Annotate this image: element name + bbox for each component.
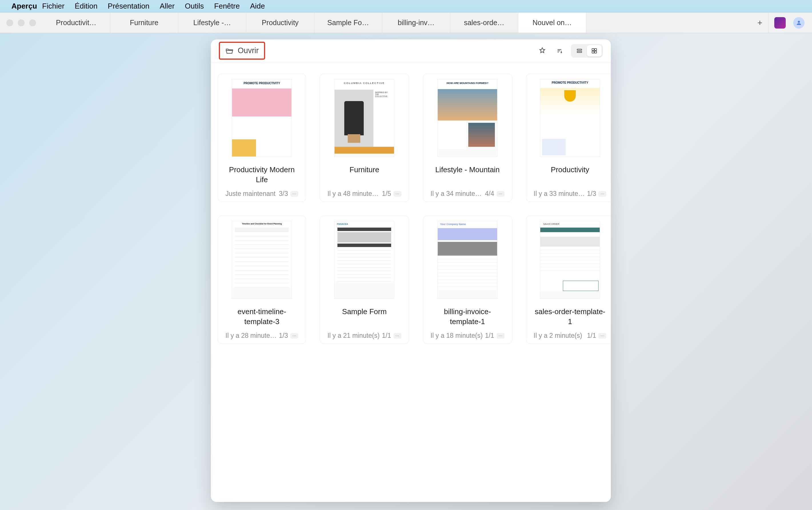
- menu-view[interactable]: Présentation: [108, 2, 149, 10]
- more-options-button[interactable]: ···: [394, 333, 401, 339]
- file-modified-time: Il y a 21 minute(s): [327, 332, 380, 339]
- svg-rect-3: [592, 49, 594, 51]
- menu-tools[interactable]: Outils: [185, 2, 204, 10]
- more-options-button[interactable]: ···: [497, 191, 504, 197]
- more-options-button[interactable]: ···: [598, 191, 606, 197]
- more-options-button[interactable]: ···: [497, 333, 504, 339]
- file-title: Sample Form: [340, 307, 388, 327]
- file-title: Furniture: [348, 165, 381, 185]
- sort-button[interactable]: [554, 45, 565, 57]
- close-window-button[interactable]: [6, 20, 13, 26]
- file-card[interactable]: HOW ARE MOUNTAINS FORMED?Lifestyle - Mou…: [423, 74, 512, 202]
- file-footer: Il y a 48 minute…1/5···: [325, 190, 404, 198]
- pin-button[interactable]: [536, 45, 548, 57]
- traffic-lights: [0, 12, 42, 33]
- file-modified-time: Il y a 48 minute…: [327, 190, 380, 198]
- more-options-button[interactable]: ···: [598, 333, 606, 339]
- file-footer: Il y a 2 minute(s)1/1···: [531, 332, 609, 339]
- file-title: Productivity Modern Life: [223, 165, 300, 185]
- file-card[interactable]: SALES ORDERsales-order-template-1Il y a …: [526, 216, 611, 344]
- more-options-button[interactable]: ···: [290, 191, 298, 197]
- open-button-label: Ouvrir: [238, 46, 259, 55]
- file-thumbnail[interactable]: COLUMBIA COLLECTIVEINSPIRED BYTHE COLLEC…: [334, 79, 394, 157]
- svg-point-0: [798, 21, 800, 23]
- file-modified-time: Il y a 34 minute…: [431, 190, 483, 198]
- menu-file[interactable]: Fichier: [42, 2, 64, 10]
- file-modified-time: Il y a 28 minute…: [226, 332, 277, 339]
- tab-7[interactable]: Nouvel on…: [518, 12, 586, 33]
- tab-2[interactable]: Lifestyle -…: [178, 12, 246, 33]
- more-options-button[interactable]: ···: [290, 333, 298, 339]
- file-page-count: 1/3: [587, 190, 596, 198]
- file-page-count: 1/5: [382, 190, 391, 198]
- macos-menubar: Aperçu Fichier Édition Présentation Alle…: [0, 0, 812, 12]
- tab-5[interactable]: billing-inv…: [382, 12, 450, 33]
- file-page-count: 1/3: [279, 332, 288, 339]
- file-card[interactable]: COLUMBIA COLLECTIVEINSPIRED BYTHE COLLEC…: [320, 74, 409, 202]
- app-name[interactable]: Aperçu: [11, 2, 37, 10]
- svg-rect-1: [577, 49, 582, 50]
- file-card[interactable]: PROMOTE PRODUCTIVITYProductivity Modern …: [218, 74, 306, 202]
- file-modified-time: Juste maintenant: [226, 190, 277, 198]
- file-card[interactable]: Your Company Namebilling-invoice-templat…: [423, 216, 512, 344]
- tabbar-right: [768, 12, 812, 33]
- list-view-button[interactable]: [572, 45, 587, 57]
- menu-help[interactable]: Aide: [250, 2, 265, 10]
- new-tab-button[interactable]: +: [751, 12, 768, 33]
- desktop-area: Ouvrir PROMOTE PRODUCTIVITYProductivity …: [0, 33, 812, 510]
- window-tabbar: Productivit…FurnitureLifestyle -…Product…: [0, 12, 812, 33]
- file-footer: Il y a 21 minute(s)1/1···: [325, 332, 404, 339]
- file-page-count: 1/1: [382, 332, 391, 339]
- app-launcher-icon[interactable]: [774, 17, 786, 29]
- file-modified-time: Il y a 33 minute…: [534, 190, 585, 198]
- menu-window[interactable]: Fenêtre: [214, 2, 240, 10]
- file-thumbnail[interactable]: PANACEA: [334, 221, 394, 299]
- svg-rect-6: [594, 51, 597, 53]
- file-thumbnail[interactable]: HOW ARE MOUNTAINS FORMED?: [437, 79, 497, 157]
- zoom-window-button[interactable]: [29, 20, 36, 26]
- file-thumbnail[interactable]: Your Company Name: [437, 221, 497, 299]
- file-thumbnail[interactable]: PROMOTE PRODUCTIVITY: [232, 79, 292, 157]
- tab-3[interactable]: Productivity: [246, 12, 314, 33]
- tab-6[interactable]: sales-orde…: [450, 12, 518, 33]
- open-button[interactable]: Ouvrir: [222, 44, 262, 57]
- file-page-count: 1/1: [485, 332, 494, 339]
- file-title: Productivity: [549, 165, 591, 185]
- svg-rect-4: [594, 49, 597, 51]
- file-footer: Il y a 33 minute…1/3···: [531, 190, 609, 198]
- tab-4[interactable]: Sample Fo…: [314, 12, 382, 33]
- user-account-icon[interactable]: [793, 17, 805, 29]
- tabs: Productivit…FurnitureLifestyle -…Product…: [42, 12, 751, 33]
- tab-0[interactable]: Productivit…: [42, 12, 110, 33]
- file-page-count: 3/3: [279, 190, 288, 198]
- menu-go[interactable]: Aller: [160, 2, 175, 10]
- panel-toolbar: Ouvrir: [211, 39, 611, 62]
- recents-panel: Ouvrir PROMOTE PRODUCTIVITYProductivity …: [211, 39, 611, 502]
- menu-edit[interactable]: Édition: [75, 2, 98, 10]
- file-card[interactable]: Timeline and Checklist for Event Plannin…: [218, 216, 306, 344]
- more-options-button[interactable]: ···: [394, 191, 401, 197]
- folder-open-icon: [225, 47, 234, 55]
- file-thumbnail[interactable]: Timeline and Checklist for Event Plannin…: [232, 221, 292, 299]
- file-thumbnail[interactable]: SALES ORDER: [540, 221, 600, 299]
- minimize-window-button[interactable]: [18, 20, 25, 26]
- file-card[interactable]: PANACEASample FormIl y a 21 minute(s)1/1…: [320, 216, 409, 344]
- open-button-highlight: Ouvrir: [219, 42, 265, 60]
- files-grid: PROMOTE PRODUCTIVITYProductivity Modern …: [211, 62, 611, 355]
- file-modified-time: Il y a 2 minute(s): [534, 332, 585, 339]
- svg-rect-5: [592, 51, 594, 53]
- file-page-count: 1/1: [587, 332, 596, 339]
- file-title: event-timeline-template-3: [223, 307, 300, 327]
- file-footer: Il y a 34 minute…4/4···: [428, 190, 507, 198]
- file-footer: Il y a 18 minute(s)1/1···: [428, 332, 507, 339]
- tab-1[interactable]: Furniture: [110, 12, 178, 33]
- file-card[interactable]: PROMOTE PRODUCTIVITYProductivityIl y a 3…: [526, 74, 611, 202]
- svg-rect-2: [577, 51, 582, 53]
- file-footer: Juste maintenant3/3···: [223, 190, 300, 198]
- view-switcher: [571, 44, 603, 58]
- file-modified-time: Il y a 18 minute(s): [431, 332, 483, 339]
- file-title: sales-order-template-1: [531, 307, 609, 327]
- grid-view-button[interactable]: [587, 45, 602, 57]
- file-footer: Il y a 28 minute…1/3···: [223, 332, 300, 339]
- file-thumbnail[interactable]: PROMOTE PRODUCTIVITY: [540, 79, 600, 157]
